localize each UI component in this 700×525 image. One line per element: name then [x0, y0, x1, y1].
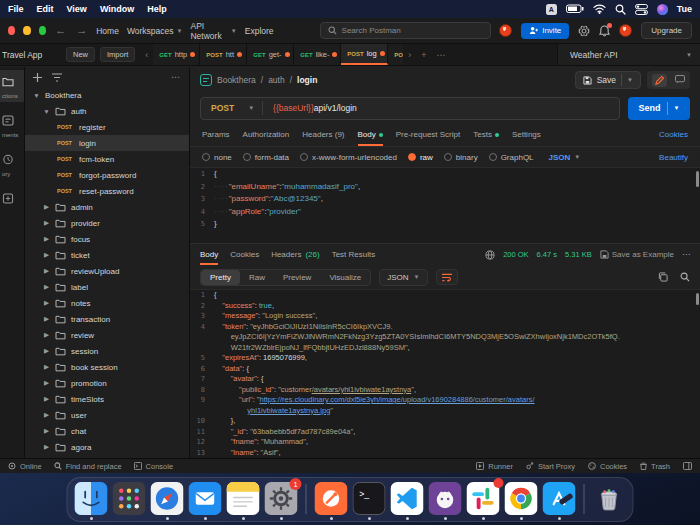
- tree-collection[interactable]: ▼Bookthera: [25, 87, 189, 103]
- chevron-right-icon[interactable]: ▶: [43, 299, 50, 307]
- tree-folder[interactable]: ▶agora: [25, 439, 189, 455]
- network-globe-icon[interactable]: [485, 250, 495, 260]
- tree-folder[interactable]: ▶book session: [25, 359, 189, 375]
- request-body-editor[interactable]: 1{2····"emailUname":"muhammadasif_pro",3…: [190, 167, 700, 243]
- start-proxy-button[interactable]: Start Proxy: [526, 462, 575, 471]
- chevron-right-icon[interactable]: ▶: [43, 315, 50, 323]
- dock-finder-icon[interactable]: [75, 482, 108, 515]
- rail-item-collections[interactable]: ctions: [0, 70, 24, 102]
- search-response-icon[interactable]: [680, 268, 690, 286]
- wrap-lines-icon[interactable]: [436, 269, 458, 285]
- chevron-right-icon[interactable]: ▶: [43, 267, 50, 275]
- panel-toggle-icon[interactable]: [683, 462, 692, 471]
- dock-github-icon[interactable]: [429, 482, 462, 515]
- scroll-tabs-left-icon[interactable]: ‹: [140, 50, 153, 60]
- right-pane-tab[interactable]: Weather API ▼: [557, 44, 700, 65]
- open-request-tab[interactable]: POSTregist: [388, 44, 403, 65]
- cookies-button[interactable]: Cookies: [588, 462, 627, 471]
- request-tab-tests[interactable]: Tests: [473, 123, 499, 146]
- tree-request[interactable]: POSTforgot-password: [25, 167, 189, 183]
- view-visualize[interactable]: Visualize: [320, 270, 370, 285]
- tree-folder[interactable]: ▶chat: [25, 423, 189, 439]
- nav-api-network[interactable]: API Network▼: [190, 21, 236, 41]
- url-input[interactable]: {{baseUrl}}api/v1/login: [273, 103, 357, 113]
- copy-icon[interactable]: [658, 268, 668, 286]
- method-select[interactable]: POST ▼: [201, 103, 262, 113]
- cookies-link[interactable]: Cookies: [659, 130, 688, 139]
- rail-item-history[interactable]: ory: [0, 148, 24, 180]
- open-request-tab[interactable]: POSThtt: [200, 44, 247, 65]
- save-button[interactable]: Save ▼: [575, 71, 641, 89]
- settings-gear-icon[interactable]: [578, 25, 590, 37]
- tree-folder[interactable]: ▶label: [25, 279, 189, 295]
- body-type-none[interactable]: none: [202, 153, 232, 162]
- open-request-tab[interactable]: POSTlog: [341, 44, 388, 65]
- chevron-right-icon[interactable]: ▶: [43, 235, 50, 243]
- body-type-form-data[interactable]: form-data: [243, 153, 289, 162]
- menu-view[interactable]: View: [67, 4, 87, 14]
- siri-icon[interactable]: [657, 4, 668, 15]
- response-tab-test-results[interactable]: Test Results: [332, 244, 376, 265]
- chevron-right-icon[interactable]: ▶: [43, 363, 50, 371]
- dock-chrome-icon[interactable]: [505, 482, 538, 515]
- menu-window[interactable]: Window: [100, 4, 134, 14]
- dock-vscode-icon[interactable]: [391, 482, 424, 515]
- find-and-replace[interactable]: Find and replace: [54, 462, 122, 471]
- dock-postman-icon[interactable]: [315, 482, 348, 515]
- body-type-x-www-form-urlencoded[interactable]: x-www-form-urlencoded: [300, 153, 397, 162]
- tree-folder[interactable]: ▶promotion: [25, 375, 189, 391]
- battery-icon[interactable]: [566, 4, 584, 14]
- view-raw[interactable]: Raw: [240, 270, 274, 285]
- workspace-name[interactable]: Travel App: [0, 50, 66, 60]
- dock-terminal-icon[interactable]: >_: [353, 482, 386, 515]
- dock-settings-icon[interactable]: 1: [265, 482, 298, 515]
- dock-appstore-icon[interactable]: [543, 482, 576, 515]
- control-center-icon[interactable]: [635, 4, 648, 15]
- back-arrow-icon[interactable]: ←: [54, 25, 67, 36]
- rail-item-add-box[interactable]: [0, 187, 24, 211]
- input-source-indicator[interactable]: A: [546, 4, 557, 15]
- tree-folder[interactable]: ▶transaction: [25, 311, 189, 327]
- tree-folder[interactable]: ▶session: [25, 343, 189, 359]
- scroll-tabs-right-icon[interactable]: ›: [403, 50, 416, 60]
- tree-folder[interactable]: ▶ticket: [25, 247, 189, 263]
- response-body-viewer[interactable]: 1{2 "success": true,3 "message": "Login …: [190, 289, 700, 458]
- tree-folder[interactable]: ▶admin: [25, 199, 189, 215]
- tree-request[interactable]: POSTfcm-token: [25, 151, 189, 167]
- send-options-chevron-icon[interactable]: ▼: [674, 105, 680, 111]
- upgrade-button[interactable]: Upgrade: [641, 22, 692, 39]
- save-options-chevron-icon[interactable]: ▼: [627, 77, 633, 83]
- tree-request[interactable]: POSTlogin: [25, 135, 189, 151]
- zoom-window-button[interactable]: [39, 26, 46, 35]
- tree-folder[interactable]: ▶provider: [25, 215, 189, 231]
- wifi-icon[interactable]: [593, 4, 606, 14]
- rail-item-environments[interactable]: ments: [0, 109, 24, 141]
- chevron-right-icon[interactable]: ▶: [43, 331, 50, 339]
- chevron-right-icon[interactable]: ▶: [43, 251, 50, 259]
- search-input[interactable]: Search Postman: [320, 22, 492, 39]
- chevron-right-icon[interactable]: ▶: [43, 411, 50, 419]
- breadcrumb-folder[interactable]: auth: [268, 75, 285, 85]
- tree-folder[interactable]: ▶user: [25, 407, 189, 423]
- view-preview[interactable]: Preview: [274, 270, 320, 285]
- response-tab-body[interactable]: Body: [200, 244, 218, 265]
- beautify-link[interactable]: Beautify: [659, 153, 688, 162]
- chevron-right-icon[interactable]: ▶: [43, 443, 50, 451]
- online-status[interactable]: Online: [8, 462, 42, 471]
- tree-folder[interactable]: ▶review: [25, 327, 189, 343]
- open-request-tab[interactable]: GETlike-: [294, 44, 341, 65]
- avatar[interactable]: [499, 24, 512, 37]
- body-type-raw[interactable]: raw: [408, 153, 433, 162]
- request-tab-body[interactable]: Body: [358, 123, 383, 146]
- invite-button[interactable]: Invite: [521, 23, 569, 39]
- tree-request[interactable]: POSTregister: [25, 119, 189, 135]
- request-tab-headers-[interactable]: Headers (9): [302, 123, 344, 146]
- view-pretty[interactable]: Pretty: [201, 270, 240, 285]
- dock-notes-icon[interactable]: [227, 482, 260, 515]
- tree-folder[interactable]: ▼auth: [25, 103, 189, 119]
- tab-options-icon[interactable]: ⋯: [432, 50, 451, 60]
- scrollbar-thumb[interactable]: [696, 293, 699, 305]
- chevron-right-icon[interactable]: ▶: [43, 395, 50, 403]
- edit-pencil-icon[interactable]: [652, 74, 667, 87]
- import-button[interactable]: Import: [100, 47, 135, 62]
